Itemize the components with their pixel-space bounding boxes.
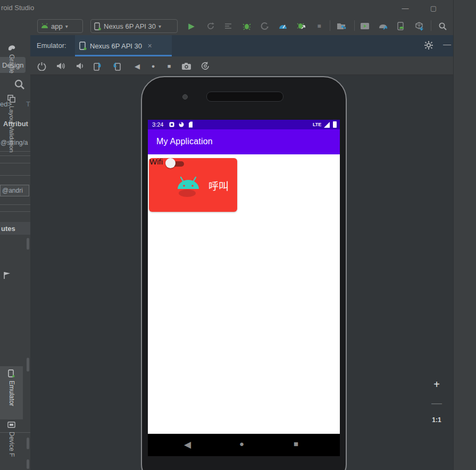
scrollbar-thumb[interactable] xyxy=(27,238,29,250)
attach-profiler-icon[interactable] xyxy=(378,21,388,31)
sidebar-item-device-file-explorer[interactable]: Device F xyxy=(0,418,23,470)
target-device-label: Nexus 6P API 30 xyxy=(104,22,156,30)
coverage-icon[interactable] xyxy=(223,21,234,31)
wifi-switch-thumb[interactable] xyxy=(165,158,176,168)
layout-inspector-icon[interactable] xyxy=(360,21,370,31)
emulator-phone-icon xyxy=(8,369,15,377)
sidebar-item-gradle[interactable]: Gradle xyxy=(0,40,23,93)
stop-button[interactable]: ■ xyxy=(314,21,324,31)
android-resource-value: @andri xyxy=(1,187,23,194)
emulator-panel-title: Emulator: xyxy=(37,42,66,50)
attributes-section-header: utes xyxy=(0,222,30,235)
emulator-panel-header: Emulator: Nexus 6P API 30 ✕ — xyxy=(30,35,453,56)
android-studio-window: roid Studio — ▢ ✕ app ▾ Nexus 6P API 30 … xyxy=(0,0,476,470)
screenshot-camera-icon[interactable] xyxy=(180,60,192,72)
zoom-out-button[interactable]: — xyxy=(429,397,444,409)
debug-bug-icon[interactable] xyxy=(241,21,252,31)
wifi-switch-label: Wifi xyxy=(149,157,163,166)
search-everywhere-icon[interactable] xyxy=(437,21,448,31)
profiler-gauge-icon[interactable] xyxy=(278,21,288,31)
run-button[interactable]: ▶ xyxy=(186,21,197,31)
rotate-left-icon[interactable] xyxy=(92,60,104,72)
device-file-explorer-icon xyxy=(7,422,15,428)
sidebar-item-emulator[interactable]: Emulator xyxy=(0,366,23,419)
panel-divider xyxy=(0,211,30,212)
sidebar-item-layout-validation[interactable]: Layout Validation xyxy=(0,92,23,163)
sync-project-icon[interactable] xyxy=(336,21,347,31)
truncated-code-text-2: T xyxy=(26,100,30,108)
call-button[interactable]: 呼叫 xyxy=(149,158,237,212)
target-device-select[interactable]: Nexus 6P API 30 ▾ xyxy=(90,19,178,33)
sidebar-emulator-label: Emulator xyxy=(8,381,15,406)
notification-icon xyxy=(188,121,193,128)
phone-front-camera xyxy=(182,94,188,100)
cpu-profiler-icon[interactable] xyxy=(260,21,270,31)
layout-validation-icon xyxy=(7,95,15,103)
rerun-icon[interactable] xyxy=(205,21,216,31)
chevron-down-icon: ▾ xyxy=(65,23,68,29)
scrollbar-thumb[interactable] xyxy=(27,459,29,469)
sidebar-device-file-label: Device F xyxy=(8,432,15,457)
phone-earpiece xyxy=(206,92,283,102)
android-status-bar: 3:24 LTE xyxy=(148,120,340,129)
emulator-home-icon[interactable]: ● xyxy=(147,60,159,72)
right-tool-window-bar xyxy=(453,0,476,470)
emulator-toolbar: ◀ ● ■ xyxy=(30,56,453,75)
sdk-manager-icon[interactable] xyxy=(414,21,424,31)
window-minimize-button[interactable]: — xyxy=(397,2,413,14)
power-icon[interactable] xyxy=(36,60,47,72)
android-robot-icon xyxy=(174,173,202,199)
run-configuration-select[interactable]: app ▾ xyxy=(37,19,83,33)
volume-up-icon[interactable] xyxy=(55,60,67,72)
nav-overview-icon[interactable]: ■ xyxy=(294,439,298,448)
notification-icon xyxy=(179,122,184,127)
toolbar-separator xyxy=(330,20,330,31)
panel-divider xyxy=(0,175,30,176)
scrollbar-thumb[interactable] xyxy=(27,358,29,372)
emulator-settings-gear-icon[interactable] xyxy=(424,40,433,50)
rotate-right-icon[interactable] xyxy=(111,60,122,72)
gradle-elephant-icon xyxy=(7,44,16,51)
snapshot-restore-icon[interactable] xyxy=(199,60,211,72)
network-type-label: LTE xyxy=(313,122,321,127)
device-phone-icon xyxy=(94,22,101,30)
android-nav-bar: ◀ ● ■ xyxy=(148,434,340,456)
volume-down-icon[interactable] xyxy=(74,60,86,72)
window-maximize-button[interactable]: ▢ xyxy=(425,2,441,14)
zoom-in-button[interactable]: + xyxy=(429,378,444,391)
battery-icon xyxy=(333,121,337,128)
emulator-device-tab[interactable]: Nexus 6P API 30 ✕ xyxy=(75,35,172,56)
panel-minimize-icon[interactable]: — xyxy=(443,39,451,48)
toolbar-separator xyxy=(354,20,355,31)
window-title: roid Studio xyxy=(1,4,34,12)
flag-icon[interactable] xyxy=(3,271,12,279)
scrollbar-thumb[interactable] xyxy=(27,438,29,449)
zoom-reset-button[interactable]: 1:1 xyxy=(429,416,444,424)
app-bar: My Application xyxy=(148,129,340,154)
emulator-back-icon[interactable]: ◀ xyxy=(131,60,143,72)
toolbar-separator xyxy=(431,20,431,31)
signal-strength-icon xyxy=(324,122,330,128)
avd-manager-icon[interactable] xyxy=(396,21,406,31)
nav-back-icon[interactable]: ◀ xyxy=(184,439,191,450)
call-button-label: 呼叫 xyxy=(208,178,229,193)
app-bar-title: My Application xyxy=(156,137,213,146)
sidebar-gradle-label: Gradle xyxy=(8,54,15,73)
attributes-section-label: utes xyxy=(0,225,15,233)
run-configuration-label: app xyxy=(51,22,63,30)
panel-divider xyxy=(0,163,30,163)
android-resource-field[interactable]: @andri xyxy=(0,185,29,196)
android-app-icon xyxy=(41,23,48,29)
phone-screen[interactable]: 3:24 LTE My Application xyxy=(148,120,340,456)
device-phone-icon xyxy=(79,42,87,50)
emulator-tab-label: Nexus 6P API 30 xyxy=(90,42,142,50)
nav-home-icon[interactable]: ● xyxy=(239,439,244,448)
title-bar: roid Studio — ▢ ✕ xyxy=(0,0,476,17)
panel-divider xyxy=(0,204,30,205)
chevron-down-icon: ▾ xyxy=(158,23,161,29)
notification-icon xyxy=(169,122,174,127)
tab-close-icon[interactable]: ✕ xyxy=(147,43,152,50)
apply-changes-bug-icon[interactable] xyxy=(296,21,306,31)
status-time: 3:24 xyxy=(152,121,163,128)
emulator-overview-icon[interactable]: ■ xyxy=(163,60,175,72)
